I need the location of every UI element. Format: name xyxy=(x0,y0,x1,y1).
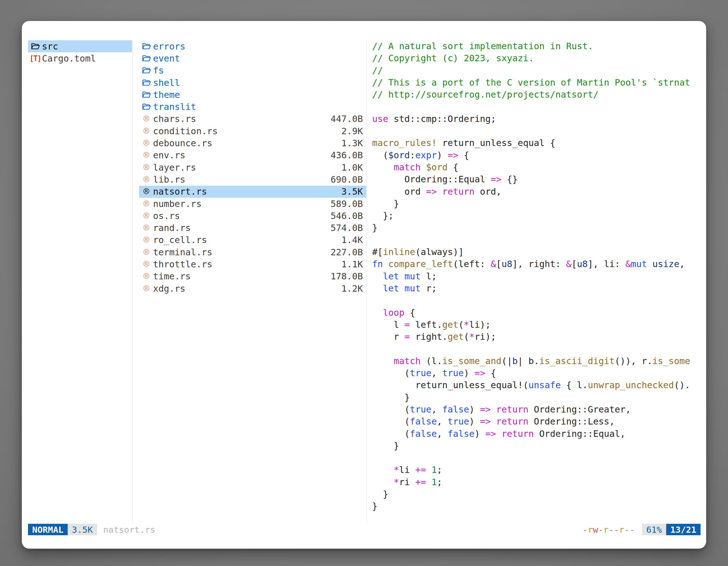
code-line xyxy=(372,125,701,137)
permission-char: - xyxy=(598,525,603,535)
rust-file-icon: ® xyxy=(141,126,152,136)
code-line: } xyxy=(372,440,701,452)
code-line: Ordering::Equal => {} xyxy=(372,173,701,186)
code-line: (true, false) => return Ordering::Greate… xyxy=(372,403,701,415)
file-size-badge: 3.5K xyxy=(68,524,97,535)
rust-file-icon: ® xyxy=(141,248,152,257)
permission-char: r xyxy=(619,525,624,535)
code-line: return_unless_equal!(unsafe { l.unwrap_u… xyxy=(372,379,701,391)
rust-file-icon: ® xyxy=(141,151,152,160)
toml-file-icon: [T] xyxy=(30,54,41,63)
status-bar: NORMAL 3.5K natsort.rs -rw-r--r-- 61% 13… xyxy=(28,524,701,535)
entry-name: translit xyxy=(153,102,363,112)
rust-file-icon: ® xyxy=(141,163,152,172)
code-line: l = left.get(*li); xyxy=(372,319,701,331)
rust-file-icon: ® xyxy=(141,260,152,269)
file-row[interactable]: ®os.rs546.0B xyxy=(139,210,366,222)
folder-row[interactable]: translit xyxy=(139,101,366,113)
entry-name: src xyxy=(42,41,129,52)
folder-open-icon xyxy=(141,42,152,51)
file-row[interactable]: ®time.rs178.0B xyxy=(139,271,366,283)
folder-open-icon xyxy=(141,90,152,99)
mode-badge: NORMAL xyxy=(28,524,68,535)
code-line: } xyxy=(372,198,701,210)
file-row[interactable]: ®condition.rs2.9K xyxy=(139,125,366,137)
code-line: match $ord { xyxy=(372,161,701,173)
permission-char: - xyxy=(583,525,588,535)
entry-name: debounce.rs xyxy=(153,138,341,149)
folder-open-icon xyxy=(30,42,41,51)
entry-name: time.rs xyxy=(153,271,330,282)
file-row[interactable]: ®ro_cell.rs1.4K xyxy=(139,234,366,246)
entry-size: 2.9K xyxy=(341,126,363,137)
entry-name: os.rs xyxy=(153,211,330,221)
folder-open-icon xyxy=(141,102,152,111)
pane-divider-left xyxy=(132,40,133,524)
file-row[interactable]: ®rand.rs574.0B xyxy=(139,222,366,234)
entry-size: 436.0B xyxy=(330,150,363,161)
code-line xyxy=(372,452,701,464)
desktop: { "parent_pane": { "items": [ {"label": … xyxy=(0,0,728,566)
file-row[interactable]: ®layer.rs1.0K xyxy=(139,161,366,173)
folder-row[interactable]: event xyxy=(139,52,366,64)
yazi-window: src[T]Cargo.toml errorseventfsshelltheme… xyxy=(22,21,706,549)
entry-size: 589.0B xyxy=(330,199,363,209)
file-row[interactable]: ®terminal.rs227.0B xyxy=(139,246,366,258)
status-spacer xyxy=(155,524,583,535)
file-row[interactable]: ®lib.rs690.0B xyxy=(139,173,366,186)
file-row[interactable]: ®throttle.rs1.1K xyxy=(139,258,366,270)
file-row[interactable]: ®env.rs436.0B xyxy=(139,149,366,161)
code-preview-pane: // A natural sort implementation in Rust… xyxy=(372,40,701,521)
permission-char: w xyxy=(593,525,598,535)
folder-row[interactable]: shell xyxy=(139,77,366,89)
entry-name: lib.rs xyxy=(153,174,330,185)
code-line: (false, true) => return Ordering::Less, xyxy=(372,415,701,427)
code-line: #[inline(always)] xyxy=(372,246,701,258)
entry-name: chars.rs xyxy=(153,114,330,124)
file-row[interactable]: ®debounce.rs1.3K xyxy=(139,137,366,149)
rust-file-icon: ® xyxy=(141,284,152,293)
code-line xyxy=(372,343,701,355)
entry-size: 546.0B xyxy=(330,211,363,221)
entry-size: 1.1K xyxy=(341,259,363,270)
entry-size: 178.0B xyxy=(330,271,363,282)
code-line: } xyxy=(372,391,701,403)
file-row[interactable]: ®chars.rs447.0B xyxy=(139,113,366,125)
entry-size: 574.0B xyxy=(330,223,363,233)
folder-open-icon xyxy=(141,54,152,63)
code-line: macro_rules! return_unless_equal { xyxy=(372,137,701,149)
entry-size: 227.0B xyxy=(330,247,363,258)
entry-name: natsort.rs xyxy=(153,186,341,197)
file-row[interactable]: ®natsort.rs3.5K xyxy=(139,186,366,198)
code-line: }; xyxy=(372,210,701,222)
current-pane: errorseventfsshellthemetranslit®chars.rs… xyxy=(139,40,366,294)
rust-file-icon: ® xyxy=(141,235,152,245)
file-row[interactable]: ®xdg.rs1.2K xyxy=(139,283,366,294)
rust-file-icon: ® xyxy=(141,272,152,281)
entry-name: ro_cell.rs xyxy=(153,235,341,245)
entry-name: terminal.rs xyxy=(153,247,330,258)
file-row[interactable]: [T]Cargo.toml xyxy=(28,52,132,64)
entry-size: 1.3K xyxy=(341,138,363,149)
code-line: r = right.get(*ri); xyxy=(372,331,701,343)
entry-name: env.rs xyxy=(153,150,330,161)
file-row[interactable]: ®number.rs589.0B xyxy=(139,198,366,210)
entry-name: rand.rs xyxy=(153,223,330,233)
entry-name: shell xyxy=(153,78,363,88)
rust-file-icon: ® xyxy=(141,199,152,209)
code-line: let mut r; xyxy=(372,283,701,294)
folder-row[interactable]: src xyxy=(28,40,132,52)
code-line: // A natural sort implementation in Rust… xyxy=(372,40,701,52)
folder-row[interactable]: fs xyxy=(139,65,366,77)
folder-row[interactable]: theme xyxy=(139,89,366,101)
rust-file-icon: ® xyxy=(141,223,152,233)
code-line: // http://sourcefrog.net/projects/natsor… xyxy=(372,89,701,101)
parent-pane: src[T]Cargo.toml xyxy=(28,40,132,65)
entry-name: errors xyxy=(153,41,363,52)
code-line: } xyxy=(372,222,701,234)
code-line: match (l.is_some_and(|b| b.is_ascii_digi… xyxy=(372,355,701,367)
entry-name: condition.rs xyxy=(153,126,341,137)
code-line: let mut l; xyxy=(372,271,701,283)
permission-char: - xyxy=(614,525,619,535)
folder-row[interactable]: errors xyxy=(139,40,366,52)
